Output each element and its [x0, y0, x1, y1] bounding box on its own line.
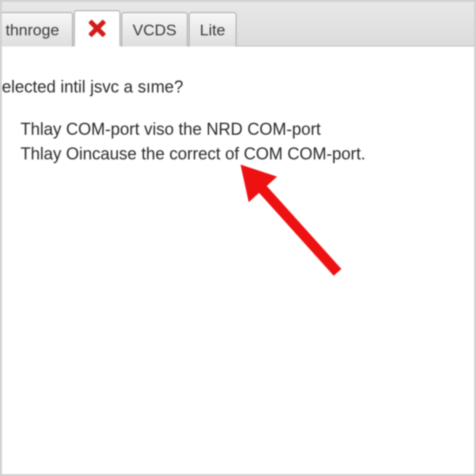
body-line-2: Thlay Oincause the correct of COM COM-po…	[20, 143, 460, 165]
tab-label: VCDS	[132, 21, 176, 39]
arrow-shaft-icon	[253, 179, 341, 276]
tab-label: Lite	[200, 21, 225, 39]
tab-label: thnroge	[6, 21, 59, 39]
close-icon	[88, 19, 106, 38]
app-window: thnroge VCDS Lite elected intil jsvc a s…	[0, 0, 476, 476]
tab-strip: thnroge VCDS Lite	[2, 12, 238, 46]
tab-close-active[interactable]	[74, 10, 120, 46]
heading-text: elected intil jsvc a sıme?	[2, 76, 460, 98]
content-pane: elected intil jsvc a sıme? Thlay COM-por…	[2, 46, 474, 181]
tab-vcds[interactable]: VCDS	[121, 12, 187, 46]
tab-lite[interactable]: Lite	[189, 12, 237, 46]
body-line-1: Thlay COM-port viso the NRD COM-port	[20, 119, 460, 140]
tab-bar: thnroge VCDS Lite	[2, 2, 474, 46]
tab-thnroge[interactable]: thnroge	[2, 12, 73, 46]
